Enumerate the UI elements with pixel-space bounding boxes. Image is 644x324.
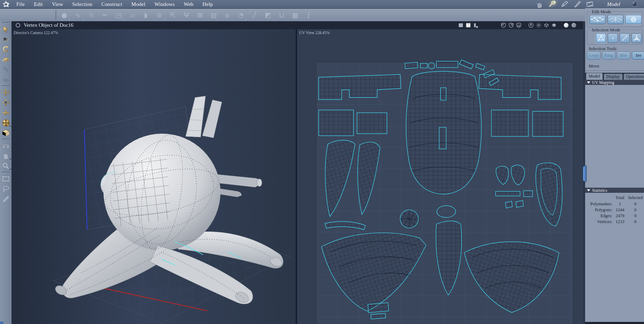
layout-split-bl-icon[interactable]	[473, 23, 479, 28]
layout-split-vertical-icon[interactable]	[465, 23, 471, 28]
tab-display[interactable]: Display	[604, 73, 623, 80]
layout-corner-icon[interactable]	[488, 23, 494, 28]
selection-mode-label: Selection Mode	[590, 27, 622, 33]
goblet-tool-icon[interactable]: Ψ	[182, 11, 191, 19]
vertex-select-button[interactable]	[608, 33, 618, 43]
magnet-tool-icon[interactable]: ∩	[87, 11, 96, 19]
transform-tool-icon[interactable]: ▱	[128, 11, 137, 19]
extrude-tool-icon[interactable]: ⇱	[169, 11, 177, 19]
scissors-tool-icon[interactable]: ✂	[101, 11, 109, 19]
chamfer-tool-icon[interactable]: ▤	[209, 11, 218, 19]
pen-select-icon[interactable]	[0, 194, 11, 204]
face-cut-tool-icon[interactable]: ◳▸	[114, 11, 123, 19]
uv-edit-button[interactable]	[625, 15, 642, 24]
edge-select-button[interactable]	[620, 33, 630, 43]
uv-mapping-section-header[interactable]: UV Mapping	[585, 80, 644, 85]
loop-button[interactable]: Loop	[587, 52, 600, 60]
wire-cube-icon[interactable]	[543, 23, 549, 28]
skeleton-edit-button[interactable]	[607, 15, 624, 24]
package-tool-icon[interactable]: ⧈	[223, 11, 232, 19]
shield-cube-right-icon[interactable]	[508, 23, 514, 28]
dashed-circle-cube-icon[interactable]	[536, 23, 542, 28]
stretch-tool-icon[interactable]: ʃ	[304, 11, 313, 19]
film-icon[interactable]	[585, 1, 595, 8]
camera-icon[interactable]	[0, 141, 11, 151]
translate-icon[interactable]	[0, 87, 11, 97]
shaded-cube-icon[interactable]	[551, 23, 557, 28]
brush-icon[interactable]	[573, 1, 582, 8]
object-edit-button[interactable]	[589, 15, 606, 24]
layout-quad-icon[interactable]	[481, 23, 487, 28]
curve-tool-icon[interactable]: ∿▸	[73, 11, 82, 19]
collapse-triangle-icon	[587, 81, 590, 84]
pan-hand-icon[interactable]: ▸	[0, 151, 11, 161]
tab-operations[interactable]: Operations	[623, 73, 644, 80]
deform-tool-icon[interactable]: ◩	[264, 11, 272, 19]
hand-icon[interactable]	[535, 1, 544, 8]
menu-help[interactable]: Help	[198, 1, 217, 7]
menu-file[interactable]: File	[12, 1, 29, 7]
lasso-select-icon[interactable]	[0, 184, 11, 194]
ring-button[interactable]: Ring	[602, 52, 615, 60]
tab-model[interactable]: Model	[586, 73, 603, 80]
delete-face-tool-icon[interactable]: ⊠	[196, 11, 204, 19]
panel-bottom-strip	[585, 322, 644, 324]
panel-collapse-handle[interactable]	[583, 166, 587, 182]
layout-single-icon[interactable]	[458, 23, 464, 28]
zoom-magnifier-icon[interactable]: ▸	[0, 161, 11, 171]
menu-selection[interactable]: Selection	[68, 1, 97, 7]
viewport-workspace: Vertex Object of Doc16	[11, 21, 583, 324]
soft-select-arrow-icon[interactable]	[0, 34, 11, 44]
sphere-tool-icon[interactable]: ●▸	[60, 11, 69, 19]
viewport-menu-icon[interactable]	[16, 23, 20, 27]
face-select-button[interactable]	[631, 33, 642, 43]
universal-manipulator-icon[interactable]: ▸	[0, 118, 11, 128]
viewport-display-toggles	[458, 23, 583, 28]
uv-view[interactable]: UV View 228.45%	[297, 29, 583, 324]
shield-cube-left-icon[interactable]	[501, 23, 506, 28]
menu-windows[interactable]: Windows	[150, 1, 179, 7]
select-arrow-icon[interactable]	[0, 24, 11, 34]
edit-mode-group: Edit Mode	[587, 12, 643, 27]
viewport-title-bar[interactable]: Vertex Object of Doc16	[11, 21, 583, 30]
stats-row-polygons: Polygons: 1244 0	[585, 207, 644, 213]
orbit-icon[interactable]	[0, 54, 11, 64]
uv-mapping-header-label: UV Mapping	[592, 80, 614, 85]
toolbar-divider	[56, 10, 56, 20]
sphere-icon[interactable]	[630, 1, 639, 8]
auto-select-button[interactable]	[596, 33, 606, 43]
selection-tools-label: Selection Tools	[589, 46, 616, 52]
between-button[interactable]: Btw	[617, 52, 630, 60]
line-tool-icon[interactable]: ╱	[250, 11, 259, 19]
lathe-tool-icon[interactable]: ⊜▸	[155, 11, 164, 19]
sphere-pen-tool-icon[interactable]: ◔▸	[236, 11, 245, 19]
menu-model[interactable]: Model	[127, 1, 150, 7]
translate-plane-icon[interactable]	[0, 108, 11, 118]
stats-row-edges: Edges: 2479 0	[585, 213, 644, 219]
smooth-sphere-icon[interactable]	[563, 23, 569, 28]
circle-arrow-icon[interactable]	[528, 23, 534, 28]
dome-tool-icon[interactable]: ◗	[141, 11, 150, 19]
menu-view[interactable]: View	[47, 1, 68, 7]
rotate-icon[interactable]	[0, 44, 11, 54]
marquee-select-icon[interactable]	[0, 174, 11, 184]
statistics-section-header[interactable]: Statistics	[585, 188, 644, 193]
stats-row-polymeshes: Polymeshes: 1 0	[585, 201, 644, 207]
current-mode-label[interactable]: Model	[607, 1, 620, 7]
lattice-tool-icon[interactable]: ▦	[291, 11, 300, 19]
menu-edit[interactable]: Edit	[29, 1, 47, 7]
menu-web[interactable]: Web	[179, 1, 198, 7]
wrench-icon[interactable]	[548, 1, 557, 8]
pencil-icon[interactable]	[560, 1, 569, 8]
translate-axis-icon[interactable]	[0, 97, 11, 108]
glasses-icon	[0, 74, 11, 85]
invert-button[interactable]: Inv	[632, 52, 644, 60]
selection-cage	[111, 157, 171, 227]
textured-sphere-icon[interactable]	[571, 23, 577, 28]
bridge-tool-icon[interactable]: ⊔	[277, 11, 286, 19]
perspective-view[interactable]: Director's Camera 122.47%	[11, 29, 296, 324]
menu-bar: File Edit View Selection Construct Model…	[0, 0, 644, 9]
box-corner-icon[interactable]	[0, 128, 11, 138]
menu-construct[interactable]: Construct	[97, 1, 127, 7]
shield-cube-bottom-icon[interactable]	[516, 23, 522, 28]
